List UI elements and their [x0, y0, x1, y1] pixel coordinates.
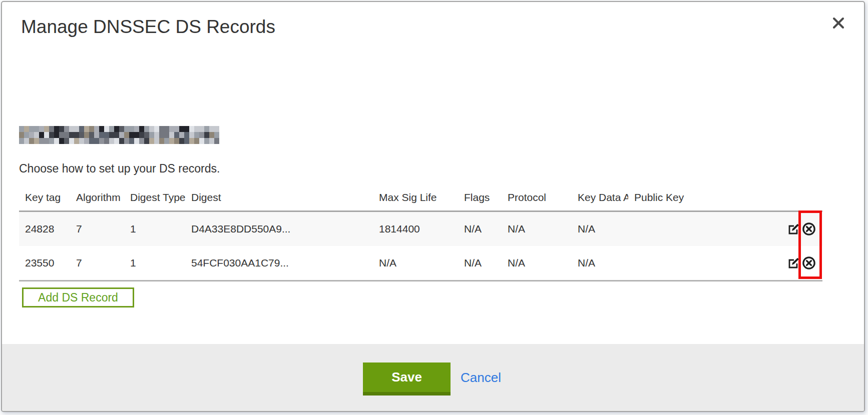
cell-digest: D4A33E8DD550A9...	[185, 212, 373, 246]
column-header-protocol: Protocol	[502, 188, 572, 212]
table-row: 235507154FCF030AA1C79...N/AN/AN/AN/A	[19, 246, 822, 281]
column-header-actions	[786, 188, 822, 212]
table-header-row: Key tagAlgorithmDigest TypeDigestMax Sig…	[19, 188, 822, 212]
x-close-icon	[831, 16, 846, 32]
cell-algorithm: 7	[70, 212, 124, 246]
cell-protocol: N/A	[502, 246, 572, 281]
add-ds-record-button[interactable]: Add DS Record	[22, 288, 134, 308]
edit-icon	[787, 264, 800, 271]
cell-public_key	[628, 246, 786, 281]
edit-record-button[interactable]	[787, 223, 800, 236]
cell-actions	[786, 246, 822, 281]
ds-records-table: Key tagAlgorithmDigest TypeDigestMax Sig…	[19, 188, 822, 282]
cell-key_tag: 23550	[19, 246, 70, 281]
cell-protocol: N/A	[502, 212, 572, 246]
cancel-link[interactable]: Cancel	[461, 370, 501, 386]
cell-actions	[786, 212, 822, 246]
cell-flags: N/A	[458, 246, 502, 281]
cell-digest: 54FCF030AA1C79...	[185, 246, 373, 281]
cell-digest_type: 1	[124, 212, 185, 246]
cell-algorithm: 7	[70, 246, 124, 281]
cell-digest_type: 1	[124, 246, 185, 281]
delete-record-button[interactable]	[802, 256, 816, 270]
column-header-key_data_alg: Key Data Alg	[572, 188, 628, 212]
cell-public_key	[628, 212, 786, 246]
column-header-algorithm: Algorithm	[70, 188, 124, 212]
column-header-digest_type: Digest Type	[124, 188, 185, 212]
page-title: Manage DNSSEC DS Records	[21, 16, 275, 38]
cell-key_tag: 24828	[19, 212, 70, 246]
domain-name-redacted	[19, 126, 219, 144]
column-header-flags: Flags	[458, 188, 502, 212]
close-button[interactable]	[830, 15, 847, 32]
cell-max_sig_life: 1814400	[373, 212, 458, 246]
column-header-key_tag: Key tag	[19, 188, 70, 212]
x-circle-delete-icon	[802, 230, 816, 238]
edit-icon	[787, 230, 800, 237]
screen: Manage DNSSEC DS Records Choose how to s…	[0, 0, 868, 415]
cell-key_data_alg: N/A	[572, 246, 628, 281]
column-header-public_key: Public Key	[628, 188, 786, 212]
delete-record-button[interactable]	[802, 222, 816, 236]
table-row: 2482871D4A33E8DD550A9...1814400N/AN/AN/A	[19, 212, 822, 246]
x-circle-delete-icon	[802, 264, 816, 272]
cell-max_sig_life: N/A	[373, 246, 458, 281]
column-header-max_sig_life: Max Sig Life	[373, 188, 458, 212]
manage-dnssec-dialog: Manage DNSSEC DS Records Choose how to s…	[1, 1, 865, 412]
dialog-footer: Save Cancel	[2, 344, 864, 411]
save-button[interactable]: Save	[363, 362, 451, 396]
cell-key_data_alg: N/A	[572, 212, 628, 246]
setup-instruction: Choose how to set up your DS records.	[19, 162, 220, 176]
column-header-digest: Digest	[185, 188, 373, 212]
edit-record-button[interactable]	[787, 257, 800, 270]
cell-flags: N/A	[458, 212, 502, 246]
